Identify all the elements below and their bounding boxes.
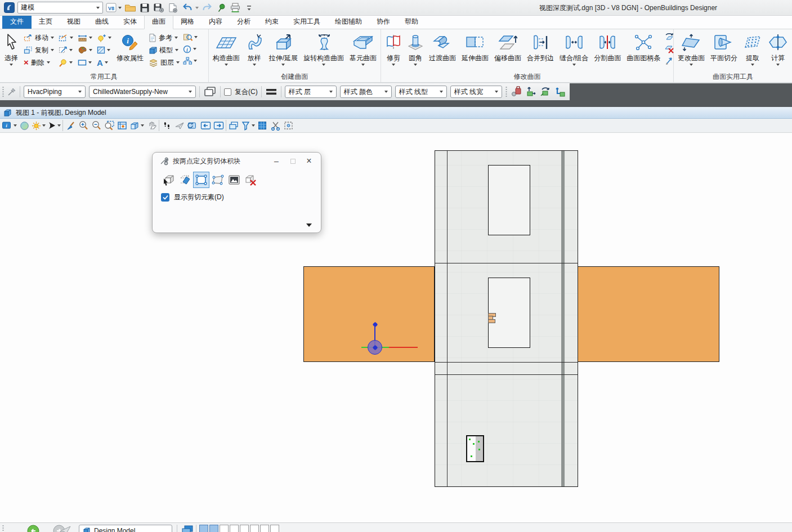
place-text-tool-button[interactable]: A [96,57,113,68]
select-tool-button[interactable]: 选择 [2,30,20,67]
tab-drawing-aids[interactable]: 绘图辅助 [328,15,369,29]
extend-surface-button[interactable]: 延伸曲面 [460,30,490,64]
tab-constraints[interactable]: 约束 [258,15,286,29]
clip-mask-button[interactable] [257,120,268,132]
delete-tool-button[interactable]: × 删除 [23,57,55,68]
tab-mesh[interactable]: 网格 [173,15,202,29]
tab-home[interactable]: 主页 [32,15,60,29]
pin-icon[interactable] [216,2,227,14]
render-tool-button[interactable] [57,57,74,68]
tab-curves[interactable]: 曲线 [88,15,116,29]
wall-section[interactable] [435,150,578,487]
dialog-title-bar[interactable]: 按两点定义剪切体积块 – × [153,153,321,169]
extrude-button[interactable]: 拉伸/延展 [267,30,299,67]
zoom-out-button[interactable] [91,120,102,132]
tab-file[interactable]: 文件 [2,15,32,29]
drawing-view-canvas[interactable]: 按两点定义剪切体积块 – × [0,133,792,522]
acs-lock-icon[interactable] [511,86,522,97]
clip-volume-button[interactable] [241,120,255,132]
planar-slice-button[interactable]: 平面切分 [709,30,739,64]
compound-checkbox[interactable] [224,88,231,96]
clip-by-element-icon[interactable] [160,172,177,188]
measure-tool-button[interactable] [77,32,93,43]
model-selector[interactable]: Design Model [79,525,172,532]
view-toggle-3[interactable] [220,525,229,532]
eyedropper-icon[interactable] [7,87,16,96]
rotate-surface-button[interactable] [664,32,674,42]
show-cut-elements-row[interactable]: 显示剪切元素(D) [161,193,321,202]
extract-button[interactable]: 提取 [741,30,764,67]
element-info-button[interactable]: i [183,44,198,54]
revolve-button[interactable]: 旋转构造曲面 [302,30,346,67]
v8-format-button[interactable]: V8 [106,2,122,14]
update-view-button[interactable] [65,120,76,132]
tab-analyze[interactable]: 分析 [230,15,258,29]
tab-solids[interactable]: 实体 [116,15,144,29]
family-selector[interactable]: HvacPiping [24,86,86,98]
print-icon[interactable] [230,2,241,14]
view-attributes-button[interactable]: i [2,120,17,132]
view-next-button[interactable] [213,120,224,132]
fit-view-button[interactable] [117,120,128,132]
zoom-in-button[interactable] [78,120,89,132]
clip-by-plane-icon[interactable] [177,172,193,188]
project-explorer-button[interactable] [183,56,198,66]
move-tool-button[interactable]: 移动 [23,32,55,43]
modify-element-tool-button[interactable] [57,44,74,56]
acs-move-icon[interactable] [525,86,536,97]
merge-to-edge-button[interactable]: 合并到边 [525,30,556,64]
view-animation-button[interactable] [187,120,198,132]
tab-content[interactable]: 内容 [202,15,230,29]
save-settings-icon[interactable] [153,2,164,14]
style-weight-selector[interactable]: 样式 线宽 [450,86,502,98]
offset-surface-button[interactable]: 偏移曲面 [493,30,523,64]
stitch-surfaces-button[interactable]: 缝合/组合 [558,30,590,67]
style-level-selector[interactable]: 样式 层 [285,86,337,98]
view-toggle-2[interactable] [209,525,218,532]
view-toggle-7[interactable] [260,525,269,532]
model-button[interactable]: 模型 [147,44,181,56]
section-clip-button[interactable] [270,120,281,132]
view-previous-button[interactable] [200,120,211,132]
tab-help[interactable]: 帮助 [397,15,426,29]
clip-by-image-icon[interactable] [226,172,242,188]
redo-icon[interactable] [202,2,213,14]
fly-button[interactable] [174,120,185,132]
measure-surface-button[interactable] [664,56,674,66]
toolbar-grip[interactable] [2,525,4,532]
change-attributes-tool-button[interactable] [77,44,93,56]
view-toggle-4[interactable] [230,525,239,532]
place-light-tool-button[interactable] [96,32,113,43]
window-opening-upper[interactable] [488,165,530,235]
undo-history-caret-icon[interactable] [195,7,199,9]
reference-button[interactable]: 参考 [147,32,181,43]
show-cut-elements-checkbox[interactable] [161,193,169,202]
rotate-view-button[interactable] [129,120,144,132]
presentation-button[interactable] [47,120,61,132]
hatch-area-tool-button[interactable] [96,44,113,56]
view-toggle-1[interactable] [199,525,208,532]
save-icon[interactable] [139,2,150,14]
toolbar-grip[interactable] [505,86,507,97]
undo-icon[interactable] [181,2,193,14]
view-toggle-8[interactable] [270,525,279,532]
clip-two-points-icon[interactable] [193,172,209,188]
view-groups-icon[interactable] [181,525,194,532]
loft-button[interactable]: 放样 [244,30,265,67]
clip-by-shape-icon[interactable] [209,172,226,188]
back-circle-icon[interactable] [27,525,39,532]
evaluate-surface-button[interactable]: 计算 [766,30,790,67]
view-toggle-5[interactable] [240,525,249,532]
customize-quick-access-icon[interactable] [244,2,255,14]
copy-tool-button[interactable]: 复制 [23,44,55,56]
app-logo-icon[interactable] [3,2,15,14]
fence-tool-button[interactable] [57,32,74,43]
door-element[interactable] [466,435,484,462]
copy-view-button[interactable] [228,120,239,132]
view-window-title-bar[interactable]: 视图 1 - 前视图, Design Model [0,107,792,119]
style-color-selector[interactable]: 样式 颜色 [340,86,392,98]
fillet-surfaces-button[interactable]: 圆角 [406,30,425,67]
dialog-close-button[interactable]: × [303,156,315,166]
acs-axis-red[interactable] [389,347,418,348]
slab-right[interactable] [578,266,719,362]
